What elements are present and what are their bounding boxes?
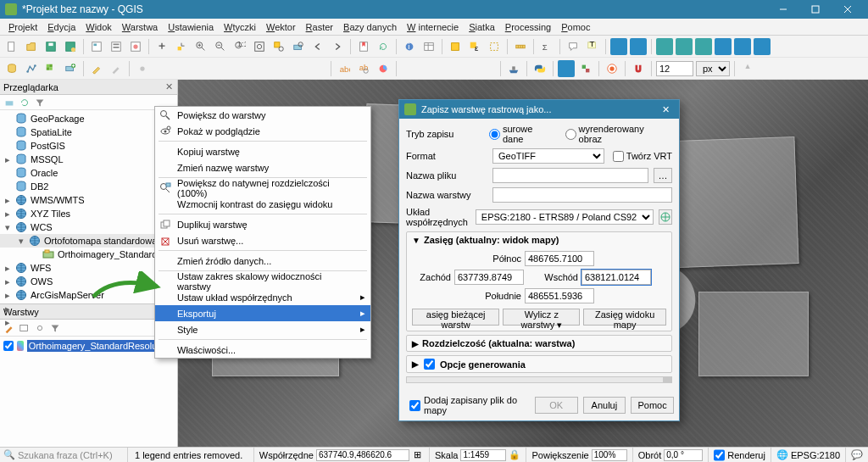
raw-data-radio[interactable]: [489, 129, 500, 140]
plugin-icon-5[interactable]: [695, 38, 712, 55]
browser-filter-icon[interactable]: [33, 96, 47, 109]
extent-section-header[interactable]: ▼Zasięg (aktualny: widok mapy): [407, 232, 671, 248]
measure-icon[interactable]: [512, 38, 529, 55]
menu-siatka[interactable]: Siatka: [464, 20, 500, 34]
copy-icon[interactable]: [251, 60, 268, 77]
generation-section-header[interactable]: ▶Opcje generowania: [407, 356, 671, 372]
snap-unit-select[interactable]: px: [696, 61, 730, 76]
tool-icon-d[interactable]: [798, 60, 815, 77]
plugin-icon-3[interactable]: [656, 38, 673, 55]
vertex-tool-icon[interactable]: [192, 60, 209, 77]
menu-pomoc[interactable]: Pomoc: [556, 20, 595, 34]
dialog-scrollbar[interactable]: [406, 376, 672, 383]
plugin-icon-1[interactable]: [610, 38, 627, 55]
maximize-button[interactable]: [800, 0, 831, 19]
browser-item[interactable]: PostGIS: [0, 139, 177, 153]
attributes-icon[interactable]: [420, 38, 437, 55]
crs-select[interactable]: EPSG:2180 - ETRS89 / Poland CS92: [476, 209, 654, 225]
tool-icon-a[interactable]: [739, 60, 756, 77]
raster-icon[interactable]: [42, 60, 59, 77]
west-input[interactable]: [454, 270, 524, 285]
browser-item[interactable]: ▸WFS: [0, 261, 177, 275]
plugin-manager-icon[interactable]: [577, 60, 594, 77]
menu-bazy-danych[interactable]: Bazy danych: [338, 20, 402, 34]
menu-edycja[interactable]: Edycja: [42, 20, 81, 34]
browser-collapse-icon[interactable]: [48, 96, 62, 109]
plugin-icon-10[interactable]: [604, 60, 620, 77]
browser-item[interactable]: ▸ArcGisMapServer: [0, 288, 177, 302]
delete-sel-icon[interactable]: [212, 60, 229, 77]
ctx-item[interactable]: Style▸: [155, 321, 370, 337]
ctx-item[interactable]: Eksportuj▸: [155, 305, 370, 321]
add-point-icon[interactable]: [134, 60, 151, 77]
save-icon[interactable]: [42, 38, 59, 55]
layername-input[interactable]: [492, 187, 672, 203]
redo-icon[interactable]: [309, 60, 326, 77]
new-project-icon[interactable]: [3, 38, 20, 55]
browser-item[interactable]: ▸XYZ Tiles: [0, 207, 177, 220]
bookmark-icon[interactable]: [355, 38, 372, 55]
identify-icon[interactable]: i: [401, 38, 418, 55]
maptips-icon[interactable]: [565, 38, 581, 55]
filename-input[interactable]: [492, 168, 648, 183]
browser-item[interactable]: GeoPackage: [0, 112, 177, 125]
menu-widok[interactable]: Widok: [81, 20, 117, 34]
save-as-icon[interactable]: [62, 38, 79, 55]
render-checkbox[interactable]: [714, 449, 725, 461]
paste-icon[interactable]: [270, 60, 287, 77]
scale-input[interactable]: [460, 449, 506, 461]
data-source-icon[interactable]: [3, 60, 20, 77]
python-icon[interactable]: [531, 60, 548, 77]
create-vrt-checkbox[interactable]: [613, 151, 624, 162]
plugin-icon-2[interactable]: [630, 38, 647, 55]
ctx-item[interactable]: Właściwości...: [155, 342, 370, 358]
ctx-item[interactable]: Duplikuj warstwę: [155, 216, 370, 232]
ctx-item[interactable]: Zmień nazwę warstwy: [155, 159, 370, 175]
layers-expr-icon[interactable]: [64, 321, 77, 335]
ctx-item[interactable]: Kopiuj warstwę: [155, 143, 370, 159]
layers-remove-icon[interactable]: [109, 321, 123, 335]
diagram-icon[interactable]: [375, 60, 392, 77]
crs-picker-button[interactable]: [659, 209, 672, 225]
undo-icon[interactable]: [290, 60, 307, 77]
layers-expand-icon[interactable]: [79, 321, 92, 335]
tool-icon-b[interactable]: [759, 60, 776, 77]
snap-tolerance-input[interactable]: [656, 61, 693, 76]
rotation-input[interactable]: [664, 449, 703, 461]
stats-icon[interactable]: Σ: [538, 38, 555, 55]
generation-checkbox[interactable]: [424, 359, 435, 370]
show-label-icon[interactable]: [420, 60, 437, 77]
zoom-in-icon[interactable]: [192, 38, 209, 55]
coord-toggle-icon[interactable]: ⊞: [412, 449, 424, 461]
add-poly-icon[interactable]: [173, 60, 190, 77]
refresh-icon[interactable]: [375, 38, 392, 55]
minimize-button[interactable]: [768, 0, 798, 19]
change-label-icon[interactable]: [479, 60, 496, 77]
edit-toggle-icon[interactable]: [88, 60, 105, 77]
annotation-icon[interactable]: T: [584, 38, 601, 55]
menu-w-internecie[interactable]: W internecie: [402, 20, 464, 34]
cancel-button[interactable]: Anuluj: [583, 397, 626, 414]
menu-warstwa[interactable]: Warstwa: [117, 20, 163, 34]
browser-item[interactable]: ▾WCS: [0, 220, 177, 234]
ctx-item[interactable]: Wzmocnij kontrast do zasięgu widoku: [155, 196, 370, 212]
ship-icon[interactable]: [505, 60, 522, 77]
move-label-icon[interactable]: [440, 60, 457, 77]
select-expr-icon[interactable]: ε: [466, 38, 483, 55]
pin-label-icon[interactable]: [401, 60, 418, 77]
zoom-full-icon[interactable]: [251, 38, 268, 55]
menu-raster[interactable]: Raster: [301, 20, 338, 34]
cut-icon[interactable]: [231, 60, 248, 77]
browser-item[interactable]: ▸MSSQL: [0, 153, 177, 166]
save-edits-icon[interactable]: [108, 60, 125, 77]
calc-from-layer-button[interactable]: Wylicz z warstwy ▾: [503, 309, 580, 326]
label-config-icon[interactable]: ab: [355, 60, 372, 77]
vector-icon[interactable]: [23, 60, 40, 77]
browser-item[interactable]: ▸WMS/WMTS: [0, 193, 177, 207]
menu-processing[interactable]: Processing: [500, 20, 556, 34]
plugin-icon-7[interactable]: [734, 38, 751, 55]
deselect-icon[interactable]: [486, 38, 503, 55]
status-epsg[interactable]: EPSG:2180: [791, 450, 840, 460]
ctx-item[interactable]: Powiększ do natywnej rozdzielczości (100…: [155, 180, 370, 196]
browser-item[interactable]: SpatiaLite: [0, 125, 177, 139]
